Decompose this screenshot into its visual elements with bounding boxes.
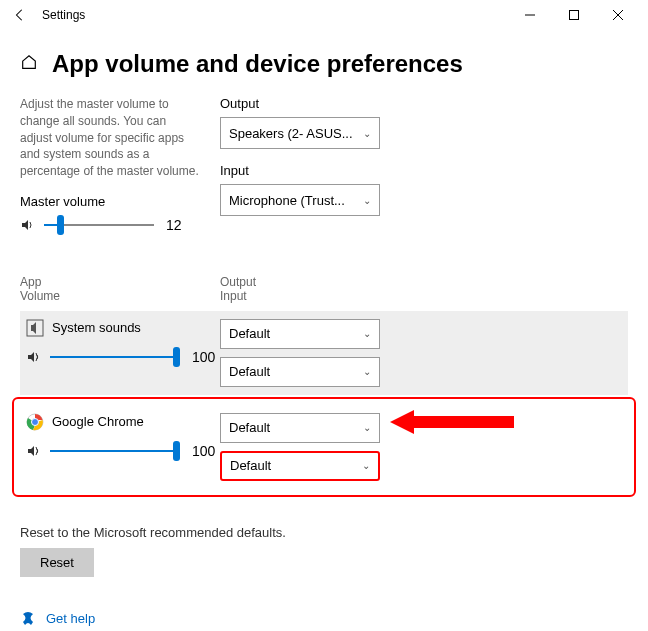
input-label: Input [220,163,380,178]
chrome-volume-value: 100 [192,443,215,459]
speaker-icon[interactable] [20,217,36,233]
chrome-output-select[interactable]: Default ⌄ [220,413,380,443]
speaker-icon[interactable] [26,443,42,459]
annotation-arrow [390,410,514,434]
reset-label: Reset to the Microsoft recommended defau… [20,525,628,540]
minimize-button[interactable] [508,0,552,30]
back-button[interactable] [8,8,32,22]
chrome-icon [26,413,44,431]
reset-button[interactable]: Reset [20,548,94,577]
chevron-down-icon: ⌄ [363,422,371,433]
maximize-button[interactable] [552,0,596,30]
svg-point-7 [32,418,39,425]
chrome-input-select[interactable]: Default ⌄ [220,451,380,481]
system-sounds-icon [26,319,44,337]
output-label: Output [220,96,380,111]
system-sounds-volume-value: 100 [192,349,215,365]
app-name: Google Chrome [52,414,144,429]
close-button[interactable] [596,0,640,30]
app-name: System sounds [52,320,141,335]
input-device-select[interactable]: Microphone (Trust... ⌄ [220,184,380,216]
chrome-volume-slider[interactable] [50,441,180,461]
column-header-app: App Volume [20,275,220,303]
chevron-down-icon: ⌄ [363,366,371,377]
app-row-system-sounds: System sounds 100 Default ⌄ Default ⌄ [20,311,628,395]
annotation-highlight-box: Google Chrome 100 Default ⌄ [12,397,636,497]
svg-rect-1 [570,11,579,20]
system-sounds-output-select[interactable]: Default ⌄ [220,319,380,349]
page-title: App volume and device preferences [52,50,463,78]
master-volume-slider[interactable] [44,215,154,235]
output-device-select[interactable]: Speakers (2- ASUS... ⌄ [220,117,380,149]
chevron-down-icon: ⌄ [363,195,371,206]
app-row-google-chrome: Google Chrome 100 Default ⌄ [20,405,628,489]
home-icon[interactable] [20,53,38,75]
chevron-down-icon: ⌄ [363,328,371,339]
speaker-icon[interactable] [26,349,42,365]
window-title: Settings [42,8,508,22]
system-sounds-input-select[interactable]: Default ⌄ [220,357,380,387]
column-header-output: Output Input [220,275,400,303]
master-volume-value: 12 [166,217,182,233]
chevron-down-icon: ⌄ [363,128,371,139]
description-text: Adjust the master volume to change all s… [20,96,200,180]
get-help-link[interactable]: Get help [46,611,95,626]
system-sounds-volume-slider[interactable] [50,347,180,367]
chevron-down-icon: ⌄ [362,460,370,471]
master-volume-label: Master volume [20,194,200,209]
help-icon [20,611,36,627]
